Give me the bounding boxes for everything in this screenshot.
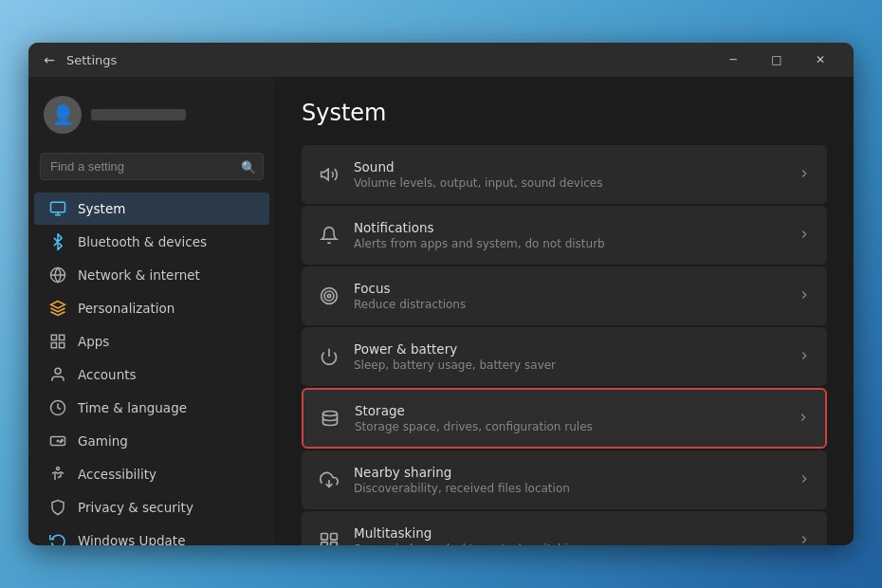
focus-icon [318,285,340,307]
minimize-button[interactable]: ─ [711,43,755,77]
setting-desc-focus: Reduce distractions [354,298,784,311]
setting-title-focus: Focus [354,281,784,296]
maximize-button[interactable]: □ [755,43,799,77]
sidebar-item-label-gaming: Gaming [78,433,128,449]
bluetooth-icon [49,233,66,250]
settings-window: ← Settings ─ □ ✕ 👤 🔍 SystemBluetooth & d… [28,43,854,545]
close-button[interactable]: ✕ [799,43,842,77]
chevron-right-icon [797,411,810,427]
windowsupdate-icon [49,532,66,545]
setting-item-sound[interactable]: SoundVolume levels, output, input, sound… [302,145,827,204]
setting-desc-nearby: Discoverability, received files location [354,482,784,495]
svg-point-19 [324,291,334,301]
sidebar-item-label-bluetooth: Bluetooth & devices [78,234,207,249]
setting-item-power[interactable]: Power & batterySleep, battery usage, bat… [302,327,827,386]
setting-title-power: Power & battery [354,341,784,357]
svg-point-20 [327,294,330,297]
apps-icon [49,333,66,350]
setting-text-multitasking: MultitaskingSnap windows, desktops, task… [354,525,784,545]
setting-item-storage[interactable]: StorageStorage space, drives, configurat… [302,388,827,449]
setting-title-notifications: Notifications [354,220,784,235]
sidebar-item-system[interactable]: System [34,193,269,225]
system-icon [49,200,66,217]
svg-rect-7 [51,343,56,348]
setting-text-storage: StorageStorage space, drives, configurat… [355,403,783,433]
profile-name-blur [91,109,186,120]
chevron-right-icon [798,533,811,546]
sidebar-item-label-accessibility: Accessibility [78,467,156,482]
setting-title-nearby: Nearby sharing [354,465,784,480]
svg-rect-8 [60,343,64,348]
sidebar-item-time[interactable]: Time & language [34,392,269,424]
setting-text-power: Power & batterySleep, battery usage, bat… [354,341,784,372]
sidebar-item-label-privacy: Privacy & security [78,500,193,515]
setting-item-nearby[interactable]: Nearby sharingDiscoverability, received … [302,450,827,509]
setting-desc-storage: Storage space, drives, configuration rul… [355,420,783,433]
sidebar-item-label-accounts: Accounts [78,367,137,382]
power-icon [318,345,340,368]
svg-point-15 [60,441,62,443]
setting-item-focus[interactable]: FocusReduce distractions [302,266,827,325]
search-box[interactable]: 🔍 [40,153,264,180]
search-input[interactable] [40,153,264,180]
sidebar-item-label-windowsupdate: Windows Update [78,533,185,545]
accounts-icon [49,366,66,383]
settings-list: SoundVolume levels, output, input, sound… [302,145,827,545]
sidebar-item-gaming[interactable]: Gaming [34,425,269,457]
chevron-right-icon [798,228,811,244]
notifications-icon [318,224,340,247]
svg-rect-24 [322,534,328,541]
multitasking-icon [318,529,340,545]
setting-text-nearby: Nearby sharingDiscoverability, received … [354,465,784,495]
setting-text-focus: FocusReduce distractions [354,281,784,311]
chevron-right-icon [798,167,811,183]
setting-title-storage: Storage [355,403,783,418]
svg-point-18 [322,288,338,304]
chevron-right-icon [798,349,811,365]
sidebar-item-accounts[interactable]: Accounts [34,358,269,391]
nearby-icon [318,469,340,491]
setting-text-notifications: NotificationsAlerts from apps and system… [354,220,784,250]
setting-text-sound: SoundVolume levels, output, input, sound… [354,159,784,190]
sidebar-item-label-apps: Apps [78,334,109,349]
setting-item-multitasking[interactable]: MultitaskingSnap windows, desktops, task… [302,511,827,545]
chevron-right-icon [798,288,811,304]
profile-section: 👤 [28,84,275,149]
svg-point-9 [55,368,61,374]
page-title: System [302,100,827,126]
sidebar-item-personalization[interactable]: Personalization [34,292,269,324]
main-content: 👤 🔍 SystemBluetooth & devicesNetwork & i… [28,77,854,545]
sidebar: 👤 🔍 SystemBluetooth & devicesNetwork & i… [28,77,275,545]
nav-items: SystemBluetooth & devicesNetwork & inter… [28,192,275,545]
network-icon [49,266,66,284]
search-icon: 🔍 [241,159,256,174]
sound-icon [318,163,340,186]
setting-desc-notifications: Alerts from apps and system, do not dist… [354,237,784,250]
sidebar-item-accessibility[interactable]: Accessibility [34,458,269,490]
setting-desc-sound: Volume levels, output, input, sound devi… [354,176,784,190]
svg-rect-27 [331,542,338,545]
personalization-icon [49,300,66,317]
window-title: Settings [66,53,711,67]
window-controls: ─ □ ✕ [711,43,842,77]
storage-icon [319,407,341,430]
setting-title-sound: Sound [354,159,784,175]
chevron-right-icon [798,472,811,488]
sidebar-item-network[interactable]: Network & internet [34,259,269,291]
svg-marker-17 [322,169,329,180]
sidebar-item-apps[interactable]: Apps [34,325,269,358]
svg-rect-5 [51,335,56,340]
setting-title-multitasking: Multitasking [354,525,784,541]
svg-rect-26 [322,542,328,545]
sidebar-item-windowsupdate[interactable]: Windows Update [34,524,269,545]
setting-desc-power: Sleep, battery usage, battery saver [354,358,784,372]
svg-rect-0 [51,202,65,212]
sidebar-item-bluetooth[interactable]: Bluetooth & devices [34,226,269,258]
setting-desc-multitasking: Snap windows, desktops, task switching [354,542,784,545]
setting-item-notifications[interactable]: NotificationsAlerts from apps and system… [302,206,827,265]
time-icon [49,399,66,416]
back-button[interactable]: ← [40,50,59,69]
svg-point-16 [57,468,60,470]
sidebar-item-label-network: Network & internet [78,267,200,283]
sidebar-item-privacy[interactable]: Privacy & security [34,491,269,524]
